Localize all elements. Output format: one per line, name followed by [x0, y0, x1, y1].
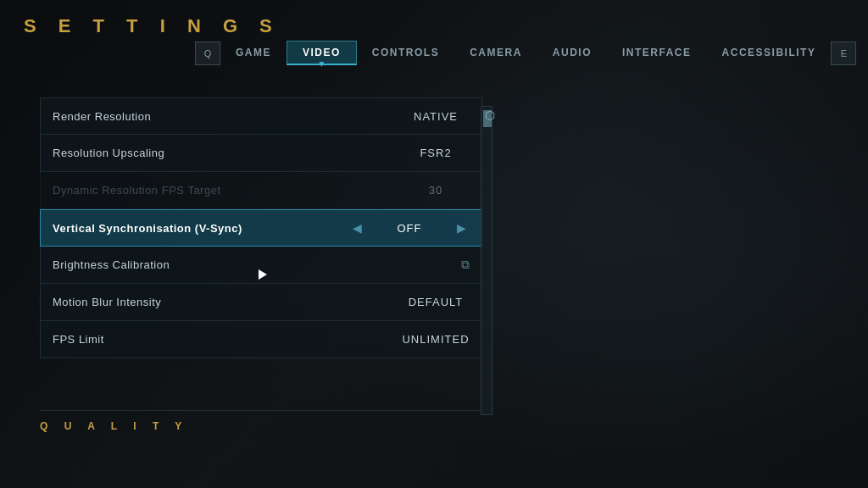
- motion-blur-value: DEFAULT: [402, 296, 470, 308]
- page-title: S E T T I N G S: [24, 15, 281, 37]
- vsync-value: OFF: [376, 222, 443, 235]
- setting-resolution-upscaling[interactable]: Resolution Upscaling FSR2: [40, 135, 482, 172]
- scroll-indicator-icon: ⬡: [485, 108, 495, 122]
- tab-interface[interactable]: INTERFACE: [607, 42, 707, 65]
- tab-camera[interactable]: CAMERA: [454, 42, 537, 65]
- settings-panel: Render Resolution NATIVE Resolution Upsc…: [40, 97, 482, 358]
- setting-render-resolution[interactable]: Render Resolution NATIVE: [40, 97, 482, 135]
- next-tab-button[interactable]: E: [831, 42, 856, 65]
- tab-game[interactable]: GAME: [220, 42, 287, 65]
- setting-dynamic-resolution: Dynamic Resolution FPS Target 30: [40, 172, 482, 209]
- tab-video[interactable]: VIDEO: [287, 41, 357, 65]
- fps-limit-label: FPS Limit: [53, 333, 104, 346]
- prev-tab-button[interactable]: Q: [195, 42, 220, 65]
- settings-divider: [40, 410, 482, 411]
- nav-tabs: Q GAME VIDEO CONTROLS CAMERA AUDIO INTER…: [195, 41, 856, 65]
- dynamic-resolution-value: 30: [402, 184, 470, 197]
- tab-audio[interactable]: AUDIO: [537, 42, 607, 65]
- setting-brightness-calibration[interactable]: Brightness Calibration ⧉: [40, 247, 482, 284]
- tab-accessibility[interactable]: ACCESSIBILITY: [707, 42, 832, 65]
- resolution-upscaling-value: FSR2: [402, 147, 470, 159]
- vsync-label: Vertical Synchronisation (V-Sync): [53, 222, 242, 235]
- fps-limit-value: UNLIMITED: [402, 333, 470, 346]
- dynamic-resolution-label: Dynamic Resolution FPS Target: [53, 184, 221, 197]
- render-resolution-label: Render Resolution: [53, 110, 151, 123]
- tab-controls[interactable]: CONTROLS: [357, 42, 454, 65]
- setting-vsync[interactable]: Vertical Synchronisation (V-Sync) ◀ OFF …: [40, 209, 482, 247]
- resolution-upscaling-label: Resolution Upscaling: [53, 147, 164, 159]
- vsync-arrow-right[interactable]: ▶: [453, 219, 470, 236]
- setting-fps-limit[interactable]: FPS Limit UNLIMITED: [40, 321, 482, 358]
- vsync-arrow-left[interactable]: ◀: [349, 219, 365, 236]
- motion-blur-label: Motion Blur Intensity: [53, 296, 161, 308]
- scrollbar-track[interactable]: [481, 106, 492, 415]
- brightness-calibration-label: Brightness Calibration: [53, 258, 170, 271]
- brightness-calibration-icon: ⧉: [461, 258, 470, 272]
- render-resolution-value: NATIVE: [402, 110, 470, 123]
- quality-section-header: Q U A L I T Y: [40, 415, 188, 437]
- setting-motion-blur[interactable]: Motion Blur Intensity DEFAULT: [40, 284, 482, 321]
